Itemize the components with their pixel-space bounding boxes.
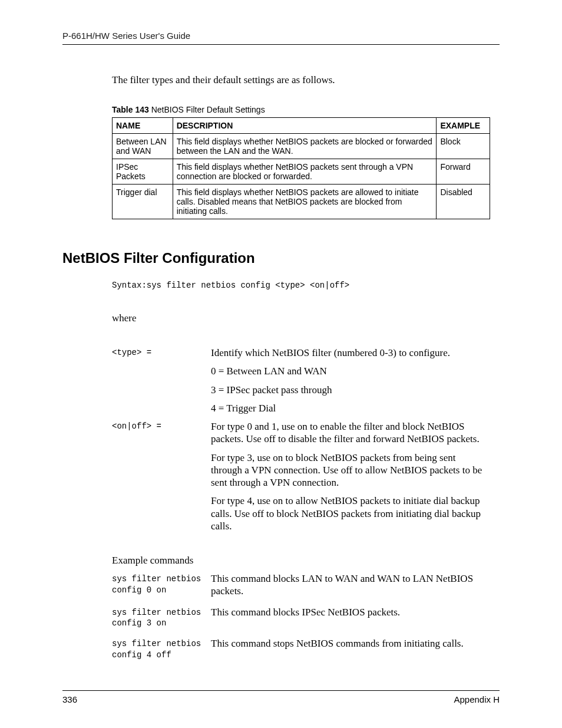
- page-number: 336: [62, 694, 77, 704]
- example-desc: This command blocks LAN to WAN and WAN t…: [211, 572, 489, 598]
- example-desc: This command stops NetBIOS commands from…: [211, 637, 489, 650]
- cell-name: Between LAN and WAN: [113, 134, 173, 159]
- cell-desc: This field displays whether NetBIOS pack…: [173, 185, 437, 219]
- example-command: sys filter netbios config 0 on: [112, 572, 211, 596]
- table-row: IPSec Packets This field displays whethe…: [113, 159, 490, 185]
- cell-example: Forward: [437, 159, 490, 185]
- example-row: sys filter netbios config 4 off This com…: [112, 637, 489, 661]
- example-command: sys filter netbios config 3 on: [112, 606, 211, 630]
- def-para: Identify which NetBIOS filter (numbered …: [211, 347, 489, 359]
- examples-list: sys filter netbios config 0 on This comm…: [112, 572, 489, 661]
- cell-example: Block: [437, 134, 490, 159]
- appendix-label: Appendix H: [454, 694, 500, 704]
- table-row: Between LAN and WAN This field displays …: [113, 134, 490, 159]
- page-header: P-661H/HW Series User's Guide: [62, 31, 500, 45]
- where-label: where: [112, 312, 500, 324]
- def-body: Identify which NetBIOS filter (numbered …: [211, 347, 489, 420]
- def-para: For type 0 and 1, use on to enable the f…: [211, 420, 489, 446]
- intro-paragraph: The filter types and their default setti…: [112, 74, 500, 86]
- def-para: 4 = Trigger Dial: [211, 402, 489, 414]
- definition-row: <on|off> = For type 0 and 1, use on to e…: [112, 420, 489, 538]
- example-row: sys filter netbios config 3 on This comm…: [112, 606, 489, 630]
- cell-desc: This field displays whether NetBIOS pack…: [173, 134, 437, 159]
- def-para: For type 4, use on to allow NetBIOS pack…: [211, 495, 489, 532]
- page-footer: 336 Appendix H: [62, 690, 500, 704]
- def-para: 0 = Between LAN and WAN: [211, 365, 489, 377]
- col-header-desc: DESCRIPTION: [173, 118, 437, 134]
- definition-list: <type> = Identify which NetBIOS filter (…: [112, 347, 489, 538]
- example-desc: This command blocks IPSec NetBIOS packet…: [211, 606, 489, 618]
- def-term: <on|off> =: [112, 420, 211, 431]
- example-command: sys filter netbios config 4 off: [112, 637, 211, 661]
- cell-name: Trigger dial: [113, 185, 173, 219]
- netbios-filter-table: NAME DESCRIPTION EXAMPLE Between LAN and…: [112, 117, 490, 219]
- def-para: 3 = IPSec packet pass through: [211, 384, 489, 396]
- col-header-example: EXAMPLE: [437, 118, 490, 134]
- table-caption: Table 143 NetBIOS Filter Default Setting…: [112, 105, 500, 114]
- definition-row: <type> = Identify which NetBIOS filter (…: [112, 347, 489, 420]
- table-number: Table 143: [112, 105, 149, 114]
- examples-header: Example commands: [112, 555, 500, 566]
- col-header-name: NAME: [113, 118, 173, 134]
- table-caption-text: NetBIOS Filter Default Settings: [149, 105, 265, 114]
- def-term: <type> =: [112, 347, 211, 357]
- example-row: sys filter netbios config 0 on This comm…: [112, 572, 489, 598]
- cell-example: Disabled: [437, 185, 490, 219]
- table-header-row: NAME DESCRIPTION EXAMPLE: [113, 118, 490, 134]
- table-row: Trigger dial This field displays whether…: [113, 185, 490, 219]
- def-para: For type 3, use on to block NetBIOS pack…: [211, 452, 489, 489]
- cell-name: IPSec Packets: [113, 159, 173, 185]
- def-body: For type 0 and 1, use on to enable the f…: [211, 420, 489, 538]
- cell-desc: This field displays whether NetBIOS pack…: [173, 159, 437, 185]
- section-title: NetBIOS Filter Configuration: [62, 250, 500, 266]
- syntax-line: Syntax:sys filter netbios config <type> …: [112, 281, 500, 290]
